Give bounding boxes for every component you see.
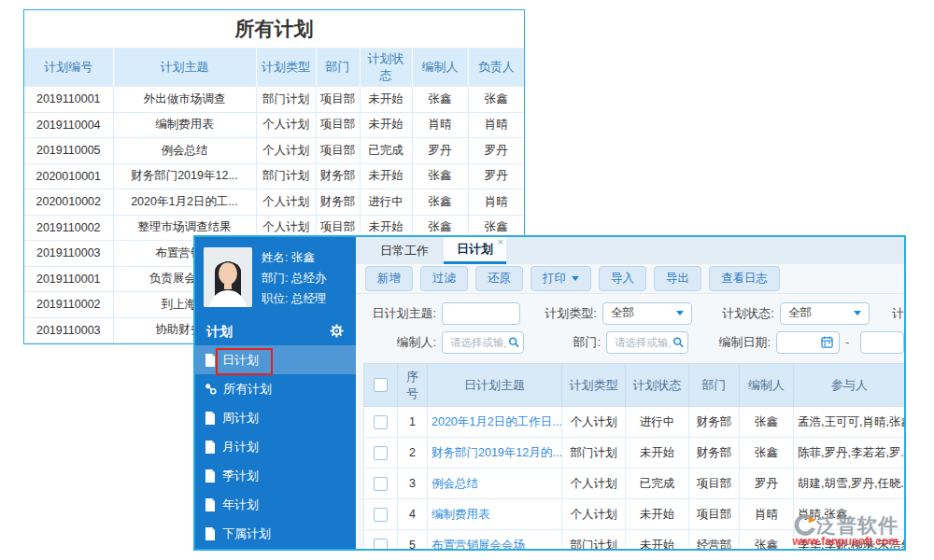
status-select[interactable]: 全部	[780, 302, 870, 325]
date-start-input[interactable]	[776, 331, 840, 354]
dept-filter-label: 部门:	[541, 334, 601, 351]
main-content: 日常工作 日计划 × 新增 过滤 还原 打印 导入 导出 查看日志 日计划主题:…	[356, 237, 904, 549]
cell-type: 个人计划	[562, 407, 626, 438]
row-checkbox[interactable]	[374, 539, 388, 550]
cell-seq: 1	[398, 407, 428, 438]
creator-search-input[interactable]	[448, 336, 508, 349]
cell-plan-type: 个人计划	[256, 112, 316, 138]
export-button[interactable]: 导出	[654, 266, 701, 291]
cell-department: 项目部	[316, 138, 360, 164]
cell-status: 进行中	[626, 407, 689, 438]
cell-owner: 张鑫	[468, 87, 524, 113]
sidebar-item-label: 月计划	[222, 439, 259, 455]
sidebar-item-label: 日计划	[222, 352, 259, 369]
subject-filter-label: 日计划主题:	[356, 305, 436, 322]
magnifier-icon[interactable]	[508, 336, 519, 348]
date-end-input[interactable]	[860, 331, 904, 354]
cell-participants: 孟浩,王可可,肖晴,张鑫	[794, 407, 905, 438]
cell-plan-status: 未开始	[360, 163, 412, 189]
cell-plan-status: 已完成	[360, 138, 412, 164]
cell-plan-type: 部门计划	[256, 163, 316, 189]
table-row: 4 编制费用表 个人计划 未开始 项目部 肖晴 肖晴,张鑫	[364, 499, 905, 530]
document-icon	[205, 527, 216, 540]
creator-filter-label: 编制人:	[356, 334, 436, 351]
toolbar: 新增 过滤 还原 打印 导入 导出 查看日志	[356, 264, 904, 294]
magnifier-icon[interactable]	[672, 336, 684, 348]
table-row: 1 2020年1月2日的工作日... 个人计划 进行中 财务部 张鑫 孟浩,王可…	[364, 407, 905, 438]
cell-plan-code: 2019110001	[24, 266, 113, 292]
subject-input[interactable]	[442, 302, 520, 325]
cell-plan-subject: 例会总结	[113, 138, 256, 164]
print-button[interactable]: 打印	[531, 266, 591, 291]
cell-checkbox	[364, 438, 398, 469]
all-plans-header-row: 计划编号 计划主题 计划类型 部门 计划状态 编制人 负责人	[24, 49, 524, 87]
table-row: 2019110001 外出做市场调查 部门计划 项目部 未开始 张鑫 张鑫	[24, 87, 524, 113]
cell-creator: 肖晴	[412, 112, 468, 138]
date-filter-label: 编制日期:	[709, 334, 771, 351]
cell-subject-link[interactable]: 财务部门2019年12月的...	[428, 438, 562, 469]
cell-status: 未开始	[626, 438, 689, 469]
cell-plan-status: 未开始	[360, 87, 412, 113]
sidebar-item-yearly-plan[interactable]: 年计划	[195, 491, 356, 520]
type-select[interactable]: 全部	[602, 302, 692, 325]
dept-search-input[interactable]	[613, 336, 672, 349]
type-select-value: 全部	[611, 305, 634, 321]
cell-checkbox	[364, 407, 398, 438]
view-log-button[interactable]: 查看日志	[709, 266, 780, 291]
cell-plan-code: 2019110002	[24, 215, 113, 241]
cell-plan-code: 2019110004	[24, 112, 113, 138]
cell-subject-link[interactable]: 例会总结	[428, 469, 562, 499]
row-checkbox[interactable]	[374, 415, 388, 429]
cell-dept: 经营部	[689, 530, 740, 550]
filter-row-1: 日计划主题: 计划类型: 全部 计划状态: 全部 计	[356, 299, 904, 328]
calendar-icon[interactable]	[821, 336, 833, 348]
cell-creator: 肖晴	[740, 499, 794, 530]
caret-down-icon	[854, 311, 861, 315]
close-icon[interactable]: ×	[498, 237, 503, 247]
import-button[interactable]: 导入	[599, 266, 646, 291]
select-all-checkbox[interactable]	[374, 378, 388, 392]
profile-department: 部门: 总经办	[262, 271, 326, 287]
cell-subject-link[interactable]: 2020年1月2日的工作日...	[428, 407, 562, 438]
filter-button[interactable]: 过滤	[420, 266, 468, 291]
table-row: 2019110004 编制费用表 个人计划 项目部 未开始 肖晴 肖晴	[24, 112, 524, 138]
sidebar-item-label: 周计划	[222, 410, 259, 427]
sidebar-item-monthly-plan[interactable]: 月计划	[195, 432, 356, 461]
sidebar-item-subordinate-plan[interactable]: 下属计划	[195, 520, 356, 549]
tab-daily-work[interactable]: 日常工作	[365, 237, 444, 264]
row-checkbox[interactable]	[374, 508, 388, 522]
gear-icon[interactable]	[330, 324, 344, 341]
cell-creator: 张鑫	[412, 163, 468, 189]
cell-subject-link[interactable]: 布置营销展会会场	[428, 530, 562, 550]
cell-participants: 肖晴,张鑫	[794, 499, 905, 530]
tab-daily-plan[interactable]: 日计划 ×	[444, 237, 506, 264]
sidebar-header: 计划	[195, 319, 356, 345]
document-icon	[205, 469, 216, 483]
date-range-separator: -	[845, 335, 849, 349]
add-button[interactable]: 新增	[365, 266, 413, 291]
sidebar-item-quarterly-plan[interactable]: 季计划	[195, 462, 356, 491]
sidebar-item-daily-plan[interactable]: 日计划	[195, 345, 356, 374]
cell-department: 财务部	[316, 189, 360, 216]
avatar	[204, 247, 252, 307]
cell-status: 未开始	[626, 499, 689, 530]
cell-dept: 项目部	[689, 469, 740, 499]
sidebar: 姓名: 张鑫 部门: 总经办 职位: 总经理 计划	[195, 237, 356, 549]
reset-button[interactable]: 还原	[475, 266, 523, 291]
sidebar-item-weekly-plan[interactable]: 周计划	[195, 403, 356, 432]
row-checkbox[interactable]	[374, 477, 388, 491]
document-icon	[205, 441, 216, 454]
table-row: 2020010001 财务部门2019年12... 部门计划 财务部 未开始 张…	[24, 163, 524, 189]
cell-subject-link[interactable]: 编制费用表	[428, 499, 562, 530]
cell-plan-code: 2019110005	[24, 138, 113, 164]
sidebar-item-all-plans[interactable]: 所有计划	[195, 374, 356, 403]
row-checkbox[interactable]	[374, 446, 388, 460]
profile-info: 姓名: 张鑫 部门: 总经办 职位: 总经理	[252, 247, 326, 312]
cell-creator: 张鑫	[740, 438, 794, 469]
col-participants: 参与人	[794, 364, 905, 407]
document-icon	[205, 354, 216, 367]
creator-search-field[interactable]	[442, 331, 524, 354]
col-subject: 日计划主题	[428, 364, 562, 407]
cell-plan-type: 个人计划	[256, 138, 316, 164]
dept-search-field[interactable]	[606, 331, 688, 354]
